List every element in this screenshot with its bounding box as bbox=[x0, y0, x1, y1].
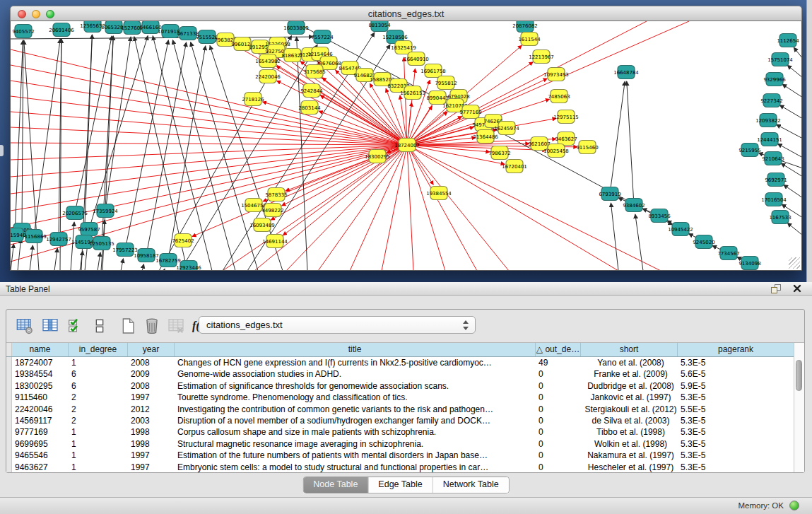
table-row[interactable]: 911546021997Tourette syndrome. Phenomeno… bbox=[6, 392, 794, 403]
network-node[interactable]: 3175685 bbox=[303, 65, 325, 78]
network-node[interactable]: 9777169 bbox=[459, 105, 481, 119]
network-node[interactable]: 9215955 bbox=[739, 144, 760, 157]
memory-status-label: Memory: OK bbox=[738, 501, 784, 510]
network-node[interactable]: 9227342 bbox=[760, 94, 782, 107]
table-row[interactable]: 1456911722003Disruption of a novel membe… bbox=[6, 415, 794, 426]
svg-text:7625402: 7625402 bbox=[172, 238, 194, 244]
tab-edge-table[interactable]: Edge Table bbox=[368, 477, 433, 493]
network-node[interactable]: 9597587 bbox=[78, 223, 100, 236]
network-node[interactable]: 8813054 bbox=[368, 21, 391, 32]
window-resize-grip[interactable] bbox=[789, 257, 800, 269]
network-node[interactable]: 12213967 bbox=[529, 50, 554, 64]
tab-network-table[interactable]: Network Table bbox=[433, 477, 509, 493]
network-window[interactable]: citations_edges.txt 94055722069140612365… bbox=[10, 6, 802, 271]
column-header-title[interactable]: title bbox=[175, 343, 536, 356]
network-node[interactable]: 12942757 bbox=[46, 233, 71, 246]
network-node[interactable]: 9242844 bbox=[300, 84, 323, 98]
table-row[interactable]: 977716911998Corpus callosum shape and si… bbox=[6, 426, 794, 438]
network-node[interactable]: 9463627 bbox=[555, 132, 577, 146]
row-height-icon[interactable] bbox=[90, 315, 110, 337]
network-node[interactable]: 7955812 bbox=[435, 76, 457, 90]
memory-status-indicator[interactable] bbox=[789, 501, 799, 510]
network-node[interactable]: 9210643 bbox=[762, 152, 784, 165]
table-cell: 1998 bbox=[128, 426, 175, 438]
svg-text:12444151: 12444151 bbox=[757, 137, 782, 143]
hidden-panel-toggle[interactable] bbox=[0, 145, 4, 156]
delete-rows-trash-icon[interactable] bbox=[142, 315, 162, 337]
network-node[interactable]: 14691144 bbox=[262, 235, 288, 248]
network-node[interactable]: 9384602 bbox=[623, 199, 645, 212]
column-header-name[interactable]: name bbox=[12, 343, 69, 356]
network-node[interactable]: 20876082 bbox=[512, 21, 538, 33]
column-header-short[interactable]: short bbox=[581, 343, 678, 356]
network-node[interactable]: 6793919 bbox=[599, 187, 620, 201]
network-node[interactable]: 16720401 bbox=[502, 160, 527, 173]
network-node[interactable]: 17016504 bbox=[761, 193, 787, 206]
network-node[interactable]: 8933456 bbox=[648, 209, 671, 223]
scrollbar-thumb[interactable] bbox=[796, 360, 802, 391]
table-row[interactable]: 969969511998Structural magnetic resonanc… bbox=[6, 438, 794, 450]
network-node[interactable]: 20691406 bbox=[49, 23, 74, 37]
network-node[interactable]: 9692971 bbox=[765, 173, 787, 187]
table-cell: 18724007 bbox=[12, 357, 69, 368]
network-node[interactable]: 7986372 bbox=[488, 146, 510, 160]
network-node[interactable]: 19384554 bbox=[426, 187, 452, 200]
dropdown-stepper-icon bbox=[462, 320, 469, 331]
close-panel-icon[interactable] bbox=[792, 284, 802, 293]
network-node[interactable]: 16033809 bbox=[283, 21, 309, 35]
table-vertical-scrollbar[interactable] bbox=[794, 343, 804, 472]
network-node[interactable]: 5878335 bbox=[265, 188, 287, 201]
table-cell: 9777169 bbox=[12, 426, 69, 438]
column-header-in-degree[interactable]: in_degree bbox=[69, 343, 128, 356]
svg-text:9463627: 9463627 bbox=[555, 136, 577, 142]
table-row[interactable]: 2242004622012Investigating the contribut… bbox=[6, 404, 794, 415]
network-node[interactable]: 9245020 bbox=[693, 235, 714, 249]
network-node[interactable]: 9134098 bbox=[739, 257, 760, 270]
network-node[interactable]: 2803144 bbox=[298, 101, 321, 115]
table-cell: 19384554 bbox=[12, 368, 69, 380]
citation-network-graph[interactable]: 9405572206914061236563210653287152760264… bbox=[11, 21, 802, 271]
network-node[interactable]: 15751074 bbox=[767, 53, 793, 66]
svg-text:1611544: 1611544 bbox=[518, 37, 541, 42]
table-options-icon[interactable] bbox=[15, 315, 35, 337]
status-bar: Memory: OK bbox=[0, 497, 812, 514]
table-cell: Wolkin et al. (1998) bbox=[581, 438, 678, 450]
network-node[interactable]: 7625402 bbox=[172, 234, 194, 247]
table-row[interactable]: 1830029562008Estimation of significance … bbox=[6, 380, 794, 392]
network-node[interactable]: 1112654 bbox=[777, 34, 799, 47]
svg-text:18300295: 18300295 bbox=[365, 154, 390, 160]
svg-text:2803144: 2803144 bbox=[298, 105, 321, 111]
table-row[interactable]: 946554611997Estimation of the future num… bbox=[6, 450, 794, 461]
network-node[interactable]: 7734567 bbox=[717, 247, 739, 260]
network-node[interactable]: 4498222 bbox=[261, 204, 283, 217]
column-header-pagerank[interactable]: pagerank bbox=[678, 343, 794, 356]
float-panel-icon[interactable] bbox=[771, 284, 781, 293]
network-node[interactable]: 10973493 bbox=[543, 68, 569, 81]
network-node[interactable]: 7485063 bbox=[548, 90, 570, 103]
tab-node-table[interactable]: Node Table bbox=[303, 477, 368, 493]
new-table-icon[interactable] bbox=[118, 315, 138, 337]
network-node[interactable]: 1167533 bbox=[769, 211, 791, 224]
table-selector-dropdown[interactable]: citations_edges.txt bbox=[199, 316, 476, 334]
network-node[interactable]: 16648784 bbox=[613, 66, 639, 79]
network-canvas[interactable]: 9405572206914061236563210653287152760264… bbox=[10, 21, 802, 271]
network-node[interactable]: 12975115 bbox=[553, 110, 579, 124]
network-window-titlebar[interactable]: citations_edges.txt bbox=[10, 6, 802, 21]
column-header-year[interactable]: year bbox=[128, 343, 175, 356]
network-node[interactable]: 7557224 bbox=[311, 30, 334, 44]
table-body[interactable]: 1872400712008Changes of HCN gene express… bbox=[6, 357, 794, 472]
table-row[interactable]: 946362711997Embryonic stem cells: a mode… bbox=[6, 462, 794, 472]
network-node[interactable]: 9405572 bbox=[12, 25, 34, 38]
table-row[interactable]: 1938455462009Genome-wide association stu… bbox=[6, 368, 794, 380]
network-node[interactable]: 9115460 bbox=[576, 141, 598, 154]
network-node[interactable]: 16961758 bbox=[420, 64, 446, 78]
network-node[interactable]: 9329966 bbox=[763, 73, 786, 86]
network-node[interactable]: 2718126 bbox=[242, 93, 264, 106]
column-header-out-degree[interactable]: △ out_de… bbox=[536, 343, 581, 356]
network-node[interactable]: 1611544 bbox=[518, 33, 541, 46]
svg-text:16325419: 16325419 bbox=[391, 45, 416, 51]
table-toolbar: f(x) citations_edges.txt bbox=[6, 310, 804, 342]
show-columns-icon[interactable] bbox=[40, 315, 60, 337]
select-rows-icon[interactable] bbox=[66, 315, 86, 337]
table-row[interactable]: 1872400712008Changes of HCN gene express… bbox=[6, 357, 794, 368]
